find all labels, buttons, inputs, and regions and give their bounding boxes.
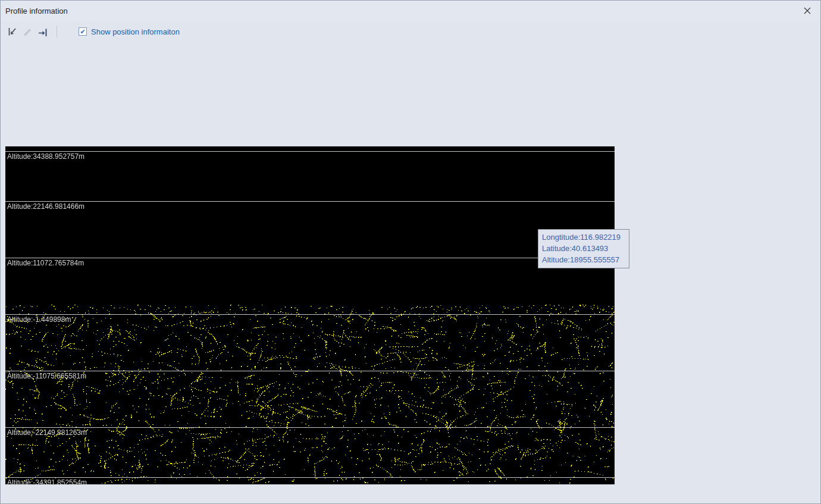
draw-profile-line-icon[interactable] — [4, 24, 20, 39]
altitude-grid-label: Altitude:-1.449898m — [7, 315, 71, 324]
altitude-grid-label: Altitude:34388.952757m — [7, 152, 84, 161]
checkbox-checkmark-icon[interactable]: ✔ — [79, 27, 87, 36]
close-icon[interactable] — [801, 5, 813, 17]
profile-chart: Longtitude:116.982219 Latitude:40.613493… — [5, 146, 615, 484]
edit-profile-icon[interactable] — [20, 24, 35, 39]
tooltip-latitude-readout: Latitude:40.613493 — [542, 243, 625, 254]
position-tooltip: Longtitude:116.982219 Latitude:40.613493… — [538, 229, 629, 268]
export-profile-icon[interactable] — [35, 24, 51, 39]
profile-chart-canvas[interactable] — [5, 146, 615, 484]
titlebar: Profile information — [1, 1, 820, 21]
window-title: Profile information — [5, 7, 68, 15]
tooltip-altitude-readout: Altitude:18955.555557 — [542, 254, 625, 265]
profile-information-window: Profile information — [0, 0, 821, 504]
tooltip-longitude-readout: Longtitude:116.982219 — [542, 231, 625, 243]
altitude-grid-label: Altitude:-34391.852554m — [7, 478, 87, 487]
altitude-grid-label: Altitude:22146.981466m — [7, 202, 84, 211]
toolbar: ✔ Show position informaiton — [4, 23, 180, 40]
show-position-checkbox-label[interactable]: Show position informaiton — [91, 27, 180, 36]
altitude-grid-label: Altitude:-11075.665581m — [7, 372, 86, 380]
toolbar-separator — [57, 26, 57, 37]
show-position-checkbox[interactable]: ✔ Show position informaiton — [79, 27, 180, 36]
altitude-grid-label: Altitude:11072.765784m — [7, 259, 84, 267]
altitude-grid-label: Altitude:-22149.881263m — [7, 428, 87, 437]
